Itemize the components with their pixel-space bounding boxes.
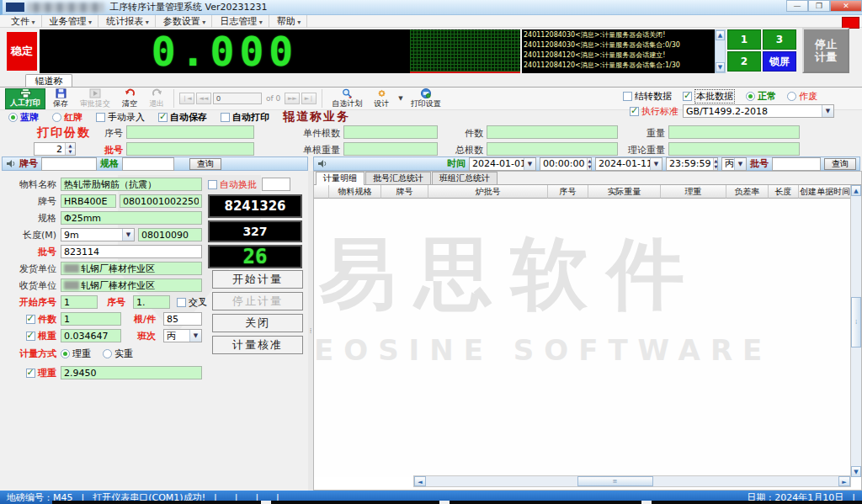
chevron-down-icon[interactable]: ▼ (734, 158, 746, 170)
quick-button-3[interactable]: 3 (763, 29, 796, 50)
shift-query-combo[interactable]: 丙 ▼ (721, 157, 747, 171)
brand-code-input[interactable] (120, 194, 202, 208)
design-button[interactable]: 设计 (370, 88, 393, 109)
nav-last-icon[interactable]: ►❘ (301, 93, 317, 104)
menu-help[interactable]: 帮助 (271, 15, 308, 28)
scroll-up-icon[interactable]: ▲ (716, 30, 725, 40)
blue-plate-radio[interactable] (8, 113, 18, 122)
nav-position-input[interactable] (213, 93, 262, 104)
batch-sum-input[interactable] (126, 142, 254, 156)
print-copies-spinner[interactable]: 2 ▲▼ (34, 142, 76, 156)
actual-method-option[interactable]: 实重 (103, 347, 133, 360)
menu-settings[interactable]: 参数设置 (157, 15, 213, 28)
spec-query-input[interactable] (122, 157, 174, 171)
carryover-option[interactable]: 结转数据 (623, 90, 672, 103)
stop-measure-button[interactable]: 停止 计量 (802, 28, 849, 73)
red-plate-option[interactable]: 红牌 (52, 111, 82, 124)
batch-query-input[interactable] (772, 157, 821, 171)
carryover-checkbox[interactable] (623, 92, 632, 101)
spec-input[interactable] (61, 211, 202, 225)
chevron-down-icon[interactable]: ▼ (822, 105, 833, 117)
save-button[interactable]: 保存 (49, 88, 72, 109)
standard-option[interactable]: 执行标准 (630, 105, 678, 118)
date-from-combo[interactable]: 2024-01-01 ▼ (469, 157, 536, 171)
chevron-down-icon[interactable]: ▼ (122, 229, 134, 241)
nav-prev-icon[interactable]: ◄◄ (196, 93, 211, 104)
actual-method-radio[interactable] (103, 349, 112, 358)
void-radio[interactable] (787, 92, 796, 101)
menu-logs[interactable]: 日志管理 (214, 15, 269, 28)
bars-per-piece-input[interactable] (343, 125, 438, 139)
brand-query-input[interactable] (41, 157, 97, 171)
clear-button[interactable]: 清空 (118, 88, 141, 109)
manual-print-button[interactable]: 人工打印 (5, 88, 45, 109)
batch-input[interactable] (61, 245, 202, 258)
tab-shift-summary[interactable]: 班组汇总统计 (432, 172, 498, 184)
normal-radio[interactable] (746, 92, 755, 101)
bar-weight-sum-input[interactable] (343, 142, 438, 156)
normal-option[interactable]: 正常 (746, 90, 776, 103)
scroll-up-icon[interactable]: ▲ (851, 185, 861, 196)
tab-roller-scale[interactable]: 辊道称 (25, 74, 72, 88)
red-plate-radio[interactable] (52, 113, 61, 122)
current-batch-checkbox[interactable] (683, 92, 692, 101)
theory-weight-sum-input[interactable] (668, 142, 800, 156)
restore-button[interactable]: ❐ (808, 0, 830, 12)
manual-entry-option[interactable]: 手动录入 (96, 111, 145, 124)
auto-batch-checkbox[interactable] (208, 180, 217, 189)
tab-batch-summary[interactable]: 批号汇总统计 (365, 172, 431, 184)
weight-sum-input[interactable] (668, 125, 800, 139)
bar-weight-input[interactable] (61, 329, 121, 342)
approve-measure-button[interactable]: 计量核准 (212, 336, 303, 354)
auto-print-option[interactable]: 自动打印 (221, 111, 269, 124)
per-piece-input[interactable] (163, 312, 202, 326)
start-measure-button[interactable]: 开始计量 (212, 270, 303, 289)
manual-entry-checkbox[interactable] (96, 113, 105, 122)
time-to-spinner[interactable]: 23:59:59 ▲▼ (666, 157, 718, 171)
scroll-left-icon[interactable]: ◄ (414, 476, 426, 486)
grid-horizontal-scrollbar[interactable]: ◄ ≡ ► (413, 475, 851, 487)
log-scrollbar[interactable]: ▲ ▼ (715, 29, 726, 73)
nav-next-icon[interactable]: ►► (285, 93, 300, 104)
theory-method-radio[interactable] (61, 349, 70, 358)
col-material-spec[interactable]: 物料规格 (329, 185, 381, 199)
total-bars-input[interactable] (487, 142, 618, 156)
receiver-input[interactable]: 轧钢厂棒材作业区 (61, 279, 202, 292)
auto-batch-option[interactable]: 自动换批 (208, 178, 257, 191)
material-input[interactable] (61, 178, 202, 191)
length-combo[interactable]: 9m ▼ (61, 228, 135, 241)
menu-business[interactable]: 业务管理 (44, 15, 99, 28)
length-code-input[interactable] (138, 228, 202, 241)
nav-first-icon[interactable]: ❘◄ (179, 93, 194, 104)
menu-file[interactable]: 文件 (5, 15, 42, 28)
start-seq-input[interactable] (61, 295, 98, 309)
seq-input[interactable] (133, 295, 170, 309)
pieces-checkbox[interactable] (26, 315, 35, 324)
close-button[interactable]: ✕ (830, 0, 862, 12)
blue-plate-option[interactable]: 蓝牌 (8, 111, 39, 124)
auto-print-checkbox[interactable] (221, 113, 230, 122)
theory-method-option[interactable]: 理重 (61, 347, 91, 360)
cross-option[interactable]: 交叉 (177, 296, 207, 309)
right-search-button[interactable]: 查询 (824, 158, 856, 170)
auto-batch-input[interactable] (262, 178, 290, 191)
theory-weight-input[interactable] (61, 366, 202, 379)
sender-input[interactable]: 轧钢厂棒材作业区 (61, 262, 202, 275)
brand-input[interactable] (61, 194, 116, 208)
seq-sum-input[interactable] (126, 125, 254, 139)
standard-combo[interactable]: GB/T1499.2-2018 ▼ (683, 104, 834, 118)
design-dropdown-caret-icon[interactable]: ▼ (398, 95, 402, 102)
scroll-thumb[interactable]: ⁞ (851, 297, 861, 347)
chevron-down-icon[interactable]: ▼ (650, 158, 662, 170)
standard-checkbox[interactable] (630, 107, 639, 116)
lock-screen-button[interactable]: 锁屏 (763, 51, 796, 72)
auto-save-checkbox[interactable] (158, 113, 168, 122)
grid-vertical-scrollbar[interactable]: ▲ ⁞ ▼ (850, 185, 861, 477)
void-option[interactable]: 作废 (787, 90, 817, 103)
auto-save-option[interactable]: 自动保存 (158, 111, 207, 124)
exit-button[interactable]: 退出 (145, 88, 168, 109)
scroll-thumb[interactable]: ≡ (577, 476, 653, 486)
minimize-button[interactable]: — (786, 0, 808, 12)
col-actual-weight[interactable]: 实际重量 (588, 185, 661, 199)
col-neg-diff[interactable]: 负差率 (726, 185, 769, 199)
